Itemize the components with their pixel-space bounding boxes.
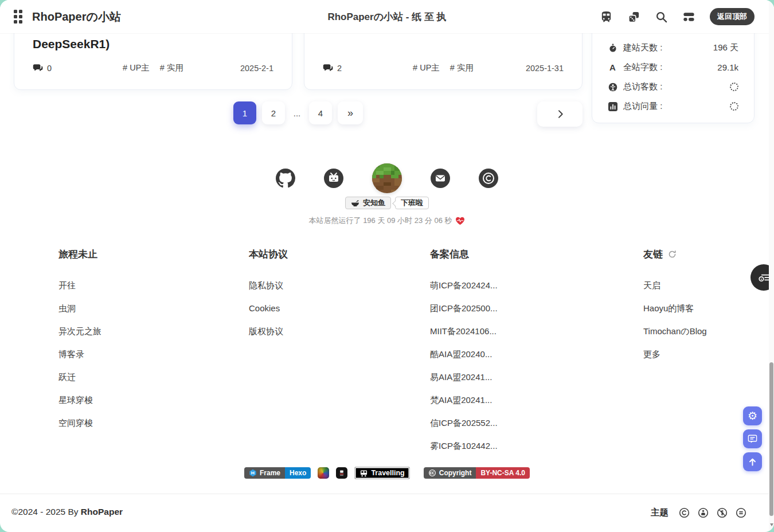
status-badge-label: 下班啦 <box>401 198 423 208</box>
cc-by-icon[interactable] <box>698 507 709 518</box>
footer-column-title: 备案信息 <box>430 248 498 261</box>
loading-spinner <box>730 102 738 111</box>
site-runtime: 本站居然运行了 196 天 09 小时 23 分 06 秒 <box>0 216 774 226</box>
rainbow-app-icon[interactable] <box>318 467 329 479</box>
search-icon[interactable] <box>655 10 668 24</box>
footer-link[interactable]: 雾ICP备102442... <box>430 440 498 452</box>
footer-link[interactable]: 梵AIA盟20241... <box>430 394 498 406</box>
pagination-ellipsis: ... <box>291 101 303 124</box>
footer-column-policies: 本站协议 隐私协议 Cookies 版权协议 <box>249 248 288 337</box>
heartbeat-icon <box>455 217 465 225</box>
status-badge[interactable]: 下班啦 <box>395 197 429 209</box>
train-icon[interactable] <box>600 10 613 24</box>
footer-link[interactable]: 开往 <box>58 279 101 291</box>
theme-badge: 安知鱼 下班啦 <box>0 197 774 209</box>
footer-column-friends: 友链 天启 Haoyu的博客 TimochanのBlog 更多 <box>643 248 707 360</box>
refresh-icon[interactable] <box>668 250 677 259</box>
social-links <box>0 163 774 193</box>
site-title[interactable]: RhoPaperの小站 <box>32 9 121 25</box>
hexo-icon <box>249 469 257 477</box>
stat-row: 总访问量 : <box>608 100 738 112</box>
stat-row: 建站天数 : 196 天 <box>608 42 738 54</box>
stat-value: 196 天 <box>713 42 738 53</box>
post-date: 2025-1-31 <box>501 64 564 73</box>
post-date: 2025-2-1 <box>210 64 273 73</box>
footer-link[interactable]: 星球穿梭 <box>58 394 101 406</box>
bottombar-right: 主题 <box>651 507 746 519</box>
footer-link[interactable]: 信ICP备202552... <box>430 417 498 429</box>
top-navbar: RhoPaperの小站 RhoPaperの小站 - 纸 至 执 返回顶部 <box>0 0 774 33</box>
footer-link[interactable]: 隐私协议 <box>249 279 288 291</box>
comments-button[interactable] <box>743 429 762 448</box>
settings-button[interactable]: ⚙ <box>743 406 762 425</box>
badge-label: Frame <box>260 469 280 477</box>
comment-count[interactable]: 0 <box>33 62 96 73</box>
footer-link[interactable]: 虫洞 <box>58 302 101 314</box>
travelling-badge[interactable]: Travelling <box>354 467 409 479</box>
post-meta: 2 # UP主 # 实用 2025-1-31 <box>323 62 564 73</box>
stat-value: 29.1k <box>717 62 738 72</box>
anzhiyu-badge[interactable]: 安知鱼 <box>345 197 391 209</box>
footer-link[interactable]: Haoyu的博客 <box>643 302 707 314</box>
tag-link[interactable]: # UP主 <box>123 63 150 72</box>
footer-badges: Frame Hexo Travelling Copyright BY-NC-SA… <box>0 467 774 479</box>
footer-link[interactable]: 更多 <box>643 348 707 360</box>
footer-link[interactable]: 跃迁 <box>58 371 101 383</box>
footer-link[interactable]: 酷AIA盟20240... <box>430 348 498 360</box>
footer-link[interactable]: 版权协议 <box>249 325 288 337</box>
cc-nc-icon[interactable] <box>717 507 728 518</box>
dark-app-icon[interactable] <box>336 467 347 479</box>
github-icon[interactable] <box>276 169 295 188</box>
theme-link[interactable]: 主题 <box>651 507 669 519</box>
page-button-current[interactable]: 1 <box>233 101 256 124</box>
next-page-button[interactable] <box>537 101 583 127</box>
footer-column-icp: 备案信息 萌ICP备202424... 团ICP备202500... MIIT备… <box>430 248 498 452</box>
footer-link[interactable]: MIIT备2024106... <box>430 325 498 337</box>
chart-icon <box>608 101 617 111</box>
footer-link[interactable]: TimochanのBlog <box>643 325 707 337</box>
footer-link[interactable]: 易AIA盟20241... <box>430 371 498 383</box>
page-button[interactable]: 4 <box>309 101 332 124</box>
last-page-button[interactable]: » <box>338 101 363 124</box>
footer-link[interactable]: 空间穿梭 <box>58 417 101 429</box>
footer-link[interactable]: 博客录 <box>58 348 101 360</box>
license-badge[interactable]: Copyright BY-NC-SA 4.0 <box>424 467 530 479</box>
board-icon[interactable] <box>682 10 695 24</box>
copyright-text: ©2024 - 2025 By <box>11 507 81 517</box>
back-to-top-button[interactable]: 返回顶部 <box>710 8 755 25</box>
footer-link[interactable]: 萌ICP备202424... <box>430 279 498 291</box>
scrollbar-thumb[interactable] <box>769 362 773 516</box>
footer-link[interactable]: Cookies <box>249 302 288 314</box>
bilibili-icon[interactable] <box>324 169 343 188</box>
stat-row: A 全站字数 : 29.1k <box>608 61 738 73</box>
cc-icon[interactable] <box>679 507 690 518</box>
footer-link[interactable]: 天启 <box>643 279 707 291</box>
email-icon[interactable] <box>431 169 450 188</box>
badge-value: Hexo <box>285 467 311 479</box>
footer-link[interactable]: 异次元之旅 <box>58 325 101 337</box>
comments-icon <box>323 62 334 73</box>
tag-link[interactable]: # 实用 <box>160 63 183 72</box>
stopwatch-icon <box>608 43 617 53</box>
cc-nd-icon[interactable] <box>736 507 746 518</box>
menu-grid-icon[interactable] <box>14 10 22 24</box>
navbar-left: RhoPaperの小站 <box>14 9 121 25</box>
tram-icon <box>359 470 368 477</box>
avatar-image[interactable] <box>372 163 402 193</box>
copyright-icon[interactable] <box>479 169 498 188</box>
tag-link[interactable]: # UP主 <box>413 63 440 72</box>
comment-count[interactable]: 2 <box>323 62 386 73</box>
post-tags: # UP主 # 实用 <box>386 62 501 73</box>
footer-link[interactable]: 团ICP备202500... <box>430 302 498 314</box>
author-name[interactable]: RhoPaper <box>81 507 123 517</box>
dice-icon[interactable] <box>627 10 640 24</box>
tag-link[interactable]: # 实用 <box>450 63 474 72</box>
footer-column-title: 本站协议 <box>249 248 288 261</box>
hexo-badge[interactable]: Frame Hexo <box>244 467 311 479</box>
comment-count-value: 2 <box>337 64 342 73</box>
scroll-top-button[interactable] <box>743 452 762 471</box>
scrollbar-track[interactable] <box>769 0 774 532</box>
scroll-down-arrow-icon[interactable] <box>770 523 773 526</box>
page-button[interactable]: 2 <box>262 101 285 124</box>
post-title[interactable]: DeepSeekR1) <box>33 37 273 51</box>
